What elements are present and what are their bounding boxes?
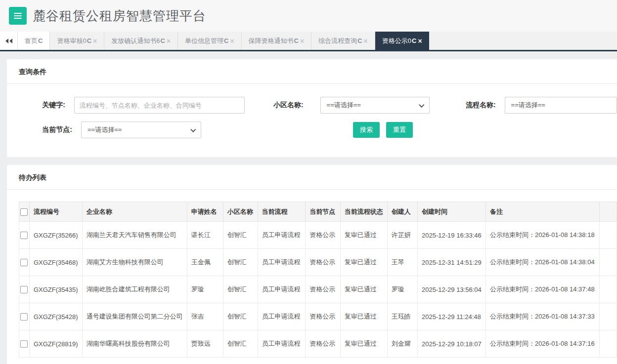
refresh-icon[interactable]: C	[224, 37, 228, 44]
table-cell: 公示结束时间：2026-01-08 14:37:48	[485, 276, 599, 303]
close-icon[interactable]: ×	[418, 37, 422, 45]
hamburger-icon	[14, 15, 22, 16]
todo-panel-title: 待办列表	[7, 165, 617, 190]
tab-3[interactable]: 单位信息管理C×	[178, 32, 242, 50]
row-checkbox[interactable]	[20, 259, 28, 266]
table-header-filler	[600, 202, 617, 222]
search-button[interactable]: 搜索	[353, 122, 380, 138]
table-cell: 复审已通过	[340, 303, 387, 330]
filter-row-2: 当前节点: ==请选择== 搜索 重置	[7, 121, 617, 138]
table-cell: 罗璇	[387, 276, 417, 303]
query-filters: 关键字: 小区名称: ==请选择== 流程名称: ==请选择== 当前节点: =…	[7, 84, 617, 157]
row-checkbox[interactable]	[20, 340, 28, 348]
table-cell: 资格公示	[306, 303, 341, 330]
refresh-icon[interactable]: C	[357, 37, 362, 44]
table-cell: GXGZF(35435)	[29, 276, 82, 303]
table-cell: GXGZF(35266)	[29, 222, 82, 249]
table-cell: 复审已通过	[340, 222, 387, 249]
close-icon[interactable]: ×	[230, 37, 234, 45]
todo-table-body: GXGZF(35266)湖南兰天君天汽车销售有限公司谌长江创智汇员工申请流程资格…	[19, 222, 617, 358]
table-cell: 复审已通过	[340, 276, 387, 303]
column-header: 申请姓名	[187, 202, 223, 222]
select-all-header-cell	[19, 202, 30, 222]
table-cell: 员工申请流程	[258, 222, 306, 249]
table-cell: 王金佩	[187, 249, 223, 276]
refresh-icon[interactable]: C	[38, 37, 43, 44]
tab-count-badge: 0	[408, 37, 411, 44]
table-cell: 罗璇	[187, 276, 223, 303]
column-header: 创建人	[387, 202, 417, 222]
table-cell: 创智汇	[223, 330, 258, 358]
chevron-down-icon	[419, 102, 424, 108]
row-checkbox-cell	[19, 222, 30, 249]
close-icon[interactable]: ×	[167, 37, 171, 45]
table-row: GXGZF(28819)湖南华曙高科技股份有限公司贾致远创智汇员工申请流程资格公…	[19, 330, 617, 358]
table-cell: 谌长江	[187, 222, 223, 249]
table-cell: 公示结束时间：2026-01-08 14:37:16	[485, 330, 599, 358]
select-all-checkbox[interactable]	[20, 208, 28, 216]
table-cell: 湖南艾方生物科技有限公司	[82, 249, 187, 276]
table-row: GXGZF(35266)湖南兰天君天汽车销售有限公司谌长江创智汇员工申请流程资格…	[19, 222, 617, 249]
community-label: 小区名称:	[245, 101, 320, 110]
process-select-value: ==请选择==	[511, 101, 545, 110]
row-checkbox[interactable]	[20, 232, 28, 239]
todo-table: 流程编号企业名称申请姓名小区名称当前流程当前节点当前流程状态创建人创建时间备注 …	[19, 202, 617, 358]
table-cell: 2025-12-29 11:24:48	[418, 303, 486, 330]
hamburger-icon	[14, 13, 22, 14]
table-cell: 2025-12-29 13:56:04	[418, 276, 486, 303]
table-cell: 员工申请流程	[258, 249, 306, 276]
table-cell: 员工申请流程	[258, 330, 306, 358]
tab-1[interactable]: 资格审核0C×	[50, 32, 104, 50]
table-cell: GXGZF(35428)	[29, 303, 82, 330]
refresh-icon[interactable]: C	[294, 37, 299, 44]
tab-label: 单位信息管理	[185, 37, 223, 45]
process-label: 流程名称:	[430, 101, 505, 110]
table-cell: 张吉	[187, 303, 223, 330]
process-select[interactable]: ==请选择==	[505, 97, 617, 114]
column-header: 当前节点	[306, 202, 341, 222]
tab-0[interactable]: 首页C	[18, 32, 50, 50]
table-row: GXGZF(35468)湖南艾方生物科技有限公司王金佩创智汇员工申请流程资格公示…	[19, 249, 617, 276]
table-cell: 2025-12-31 14:51:29	[418, 249, 486, 276]
row-checkbox-cell	[19, 303, 30, 330]
table-cell: 创智汇	[223, 303, 258, 330]
table-cell: 资格公示	[306, 276, 341, 303]
close-icon[interactable]: ×	[364, 37, 368, 45]
filter-row-1: 关键字: 小区名称: ==请选择== 流程名称: ==请选择==	[7, 97, 617, 114]
row-checkbox-cell	[19, 249, 30, 276]
tab-bar-tabs: 首页C资格审核0C×发放确认通知书6C×单位信息管理C×保障资格通知书C×综合流…	[18, 32, 429, 50]
current-node-select[interactable]: ==请选择==	[81, 121, 201, 138]
todo-table-head: 流程编号企业名称申请姓名小区名称当前流程当前节点当前流程状态创建人创建时间备注	[19, 202, 617, 222]
table-cell: 2025-12-19 16:33:46	[418, 222, 486, 249]
refresh-icon[interactable]: C	[160, 37, 165, 44]
close-icon[interactable]: ×	[93, 37, 97, 45]
tab-6[interactable]: 资格公示0C×	[375, 32, 429, 50]
current-node-select-value: ==请选择==	[88, 125, 122, 134]
keyword-input[interactable]	[74, 97, 245, 114]
table-cell: 通号建设集团有限公司第二分公司	[82, 303, 187, 330]
table-cell: 2025-12-29 10:18:07	[418, 330, 486, 358]
tab-5[interactable]: 综合流程查询C×	[311, 32, 375, 50]
close-icon[interactable]: ×	[300, 37, 304, 45]
refresh-icon[interactable]: C	[87, 37, 91, 44]
reset-button[interactable]: 重置	[386, 122, 413, 138]
refresh-icon[interactable]: C	[412, 37, 416, 44]
community-select[interactable]: ==请选择==	[320, 97, 430, 114]
keyword-label: 关键字:	[7, 101, 74, 110]
collapse-tabs-button[interactable]	[0, 32, 18, 50]
tab-count-badge: 6	[156, 37, 160, 44]
row-checkbox[interactable]	[20, 313, 28, 321]
column-header: 小区名称	[223, 202, 258, 222]
tab-4[interactable]: 保障资格通知书C×	[242, 32, 312, 50]
tab-2[interactable]: 发放确认通知书6C×	[104, 32, 178, 50]
row-checkbox[interactable]	[20, 286, 28, 293]
filter-buttons: 搜索 重置	[353, 122, 419, 138]
hamburger-menu-button[interactable]	[9, 7, 27, 25]
table-cell: 员工申请流程	[258, 276, 306, 303]
table-cell: 刘金耀	[387, 330, 417, 358]
table-cell: 湖南华曙高科技股份有限公司	[82, 330, 187, 358]
row-checkbox-cell	[19, 276, 30, 303]
tab-label: 保障资格通知书	[249, 37, 294, 45]
table-cell: 创智汇	[223, 249, 258, 276]
table-row: GXGZF(35428)通号建设集团有限公司第二分公司张吉创智汇员工申请流程资格…	[19, 303, 617, 330]
